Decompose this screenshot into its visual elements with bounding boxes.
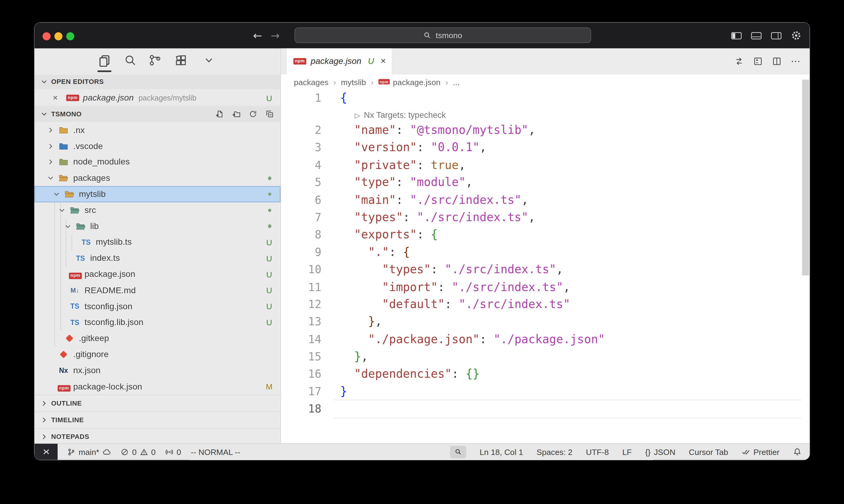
tree-item-vscode[interactable]: .vscode bbox=[35, 138, 280, 154]
code-line-3[interactable]: 3 "version": "0.0.1", bbox=[281, 139, 801, 157]
navigate-forward-button[interactable]: → bbox=[271, 29, 280, 42]
minimize-button[interactable] bbox=[54, 32, 63, 40]
folder-icon bbox=[57, 158, 69, 166]
code-line-18[interactable]: 18 bbox=[281, 400, 801, 418]
problems-status[interactable]: 0 0 bbox=[121, 447, 156, 456]
toggle-panel-icon[interactable] bbox=[751, 31, 762, 40]
toggle-primary-sidebar-icon[interactable] bbox=[731, 31, 742, 40]
project-section-header[interactable]: TSMONO bbox=[35, 106, 280, 122]
code-line-9[interactable]: 9 ".": { bbox=[281, 244, 801, 261]
code-line-8[interactable]: 8 "exports": { bbox=[281, 226, 801, 244]
git-status-badge: U bbox=[264, 286, 274, 295]
code-line-4[interactable]: 4 "private": true, bbox=[281, 156, 801, 174]
tree-item-gitkeep[interactable]: .gitkeep bbox=[35, 330, 280, 346]
tree-item-label: tsconfig.json bbox=[85, 302, 133, 311]
tree-item-mytslib-ts[interactable]: TSmytslib.tsU bbox=[35, 234, 280, 250]
notepads-section-header[interactable]: NOTEPADS bbox=[35, 428, 280, 445]
command-center-search[interactable]: tsmono bbox=[294, 28, 591, 43]
eol-status[interactable]: LF bbox=[622, 447, 632, 456]
ports-status[interactable]: 0 bbox=[165, 447, 181, 456]
tree-item-packages[interactable]: packages bbox=[35, 170, 280, 186]
chevron-right-icon bbox=[41, 416, 47, 423]
code-line-17[interactable]: 17} bbox=[281, 383, 801, 400]
zoom-indicator[interactable] bbox=[450, 446, 466, 458]
breadcrumb-mytslib[interactable]: mytslib bbox=[341, 77, 366, 86]
encoding-status[interactable]: UTF-8 bbox=[586, 447, 609, 456]
remote-indicator[interactable] bbox=[35, 444, 57, 460]
open-editor-item[interactable]: × npm package.json packages/mytslib U bbox=[35, 90, 280, 105]
code-line-7[interactable]: 7 "types": "./src/index.ts", bbox=[281, 209, 801, 226]
tree-item-lib[interactable]: lib bbox=[35, 218, 280, 234]
more-views-chevron-icon[interactable] bbox=[202, 53, 216, 67]
formatter-status[interactable]: Prettier bbox=[742, 447, 779, 456]
close-tab-icon[interactable]: × bbox=[380, 56, 386, 67]
chevron-down-icon bbox=[44, 175, 57, 181]
source-control-tab[interactable] bbox=[148, 53, 162, 67]
toggle-secondary-sidebar-icon[interactable] bbox=[771, 31, 782, 40]
code-line-6[interactable]: 6 "main": "./src/index.ts", bbox=[281, 191, 801, 209]
more-actions-icon[interactable]: ⋯ bbox=[791, 55, 801, 67]
language-mode-status[interactable]: {}JSON bbox=[645, 447, 675, 456]
cursor-position-status[interactable]: Ln 18, Col 1 bbox=[480, 447, 523, 456]
notifications-bell-icon[interactable] bbox=[793, 447, 802, 456]
extensions-tab[interactable] bbox=[174, 53, 188, 67]
tree-item-mytslib[interactable]: mytslib bbox=[35, 186, 280, 202]
tree-item-label: src bbox=[85, 205, 96, 215]
close-icon[interactable]: × bbox=[53, 93, 61, 103]
codelens-nx-targets[interactable]: ▷Nx Targets: typecheck bbox=[355, 111, 446, 120]
tree-item-gitignore[interactable]: .gitignore bbox=[35, 346, 280, 363]
tree-item-label: .vscode bbox=[73, 141, 103, 151]
git-branch-status[interactable]: main* bbox=[67, 447, 111, 456]
open-changes-icon[interactable] bbox=[753, 56, 763, 66]
cursor-tab-status[interactable]: Cursor Tab bbox=[689, 447, 728, 456]
tree-item-tsconfig-json[interactable]: TStsconfig.jsonU bbox=[35, 298, 280, 314]
tree-item-package-json[interactable]: npmpackage.jsonU bbox=[35, 266, 280, 282]
code-text: }, bbox=[340, 348, 368, 365]
breadcrumb-more[interactable]: ... bbox=[453, 77, 460, 86]
breadcrumb-packages[interactable]: packages bbox=[294, 77, 329, 86]
split-editor-icon[interactable] bbox=[772, 56, 781, 66]
compare-changes-icon[interactable] bbox=[734, 56, 744, 66]
tree-item-index-ts[interactable]: TSindex.tsU bbox=[35, 250, 280, 266]
collapse-folders-button[interactable] bbox=[265, 110, 274, 118]
tree-item-nx[interactable]: .nx bbox=[35, 122, 280, 138]
code-text: "main": "./src/index.ts", bbox=[340, 191, 529, 209]
tree-item-nx-json[interactable]: Nxnx.json bbox=[35, 363, 280, 379]
close-button[interactable] bbox=[42, 32, 51, 40]
code-line-12[interactable]: 12 "default": "./src/index.ts" bbox=[281, 295, 801, 313]
code-line-10[interactable]: 10 "types": "./src/index.ts", bbox=[281, 261, 801, 278]
tree-item-node-modules[interactable]: node_modules bbox=[35, 154, 280, 170]
outline-section-header[interactable]: OUTLINE bbox=[35, 395, 280, 411]
settings-gear-icon[interactable] bbox=[791, 30, 802, 41]
breadcrumb-package-json[interactable]: npmpackage.json bbox=[378, 77, 441, 86]
code-line-1[interactable]: 1{ bbox=[281, 89, 801, 107]
new-file-button[interactable] bbox=[215, 110, 224, 118]
tree-item-tsconfig-lib-json[interactable]: TStsconfig.lib.jsonU bbox=[35, 314, 280, 330]
code-line-14[interactable]: 14 "./package.json": "./package.json" bbox=[281, 330, 801, 348]
open-editors-header[interactable]: OPEN EDITORS bbox=[35, 75, 280, 89]
code-line-16[interactable]: 16 "dependencies": {} bbox=[281, 365, 801, 383]
navigate-back-button[interactable]: ← bbox=[253, 29, 262, 42]
new-folder-button[interactable] bbox=[232, 110, 240, 118]
editor-scrollbar[interactable] bbox=[802, 80, 809, 275]
npm-icon: npm bbox=[69, 273, 82, 279]
indentation-status[interactable]: Spaces: 2 bbox=[537, 447, 572, 456]
code-line-2[interactable]: 2 "name": "@tsmono/mytslib", bbox=[281, 122, 801, 139]
timeline-section-header[interactable]: TIMELINE bbox=[35, 411, 280, 428]
refresh-explorer-button[interactable] bbox=[248, 110, 257, 118]
search-query: tsmono bbox=[436, 31, 462, 40]
code-line-5[interactable]: 5 "type": "module", bbox=[281, 174, 801, 192]
tree-item-readme-md[interactable]: M↓README.mdU bbox=[35, 282, 280, 298]
folder-icon bbox=[57, 142, 69, 150]
code-text: "types": "./src/index.ts", bbox=[340, 209, 535, 226]
explorer-tab[interactable] bbox=[97, 53, 111, 67]
code-line-11[interactable]: 11 "import": "./src/index.ts", bbox=[281, 278, 801, 296]
tree-item-package-lock-json[interactable]: npmpackage-lock.jsonM bbox=[35, 379, 280, 395]
search-tab[interactable] bbox=[123, 53, 137, 67]
code-line-13[interactable]: 13 }, bbox=[281, 313, 801, 331]
code-line-15[interactable]: 15 }, bbox=[281, 348, 801, 365]
tree-item-src[interactable]: src bbox=[35, 202, 280, 218]
code-content: 1{▷Nx Targets: typecheck2 "name": "@tsmo… bbox=[281, 89, 801, 418]
tab-package-json[interactable]: npm package.json U × bbox=[286, 49, 393, 74]
zoom-button[interactable] bbox=[66, 32, 74, 40]
